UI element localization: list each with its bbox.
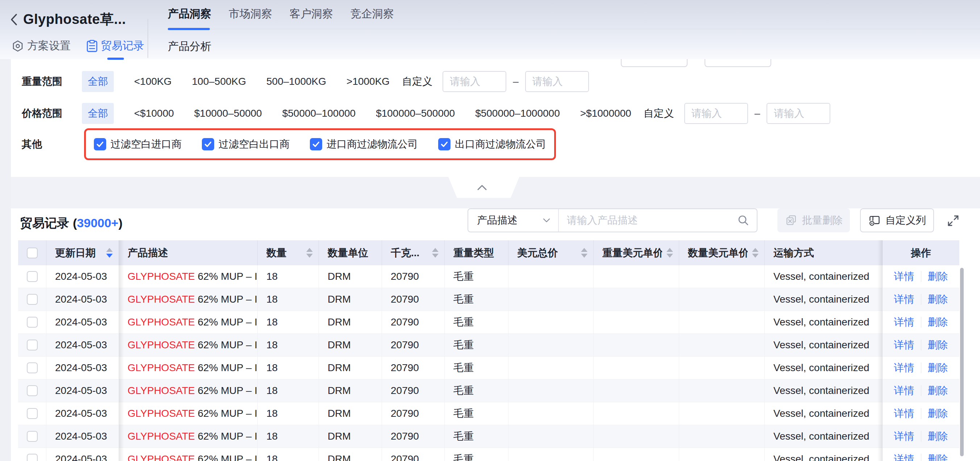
delete-link[interactable]: 删除 [928,270,948,283]
cell-actions[interactable]: 详情删除 [883,357,959,379]
cell-select[interactable] [18,311,46,334]
column-header-usd_unit_qty[interactable]: 数量美元单价 [679,240,765,265]
weight-max-input[interactable] [525,71,589,92]
delete-link[interactable]: 删除 [928,338,948,352]
chevron-up-icon[interactable] [477,185,487,190]
batch-delete-button[interactable]: 批量删除 [777,208,850,232]
sort-desc-icon[interactable] [432,254,439,258]
row-checkbox[interactable] [27,362,38,373]
detail-link[interactable]: 详情 [894,292,915,306]
delete-link[interactable]: 删除 [928,452,948,461]
sort-control[interactable] [577,248,587,258]
column-header-kg[interactable]: 千克... [382,240,445,265]
checkbox-checked-icon[interactable] [94,138,106,150]
cell-actions[interactable]: 详情删除 [883,334,959,356]
price-option-2[interactable]: $10000–50000 [194,108,262,119]
sort-control[interactable] [748,248,759,258]
cell-select[interactable] [18,425,46,448]
vertical-scrollbar[interactable] [960,268,964,456]
column-header-date[interactable]: 更新日期 [46,240,119,265]
column-header-usd_unit_weight[interactable]: 重量美元单价 [593,240,679,265]
sort-asc-icon[interactable] [306,248,313,252]
weight-option-1[interactable]: <100KG [134,76,172,87]
price-option-3[interactable]: $50000–100000 [282,108,356,119]
weight-option-0[interactable]: 全部 [82,71,114,92]
sort-asc-icon[interactable] [752,248,759,252]
cell-select[interactable] [18,402,46,425]
sort-asc-icon[interactable] [667,248,673,252]
sort-control[interactable] [102,248,113,258]
cell-select[interactable] [18,380,46,402]
delete-link[interactable]: 删除 [928,429,948,443]
sort-desc-icon[interactable] [581,254,587,258]
price-max-input[interactable] [767,103,830,124]
detail-link[interactable]: 详情 [894,315,915,329]
column-header-qty[interactable]: 数量 [258,240,319,265]
fullscreen-icon[interactable] [946,213,961,228]
custom-columns-button[interactable]: 自定义列 [860,208,934,232]
detail-link[interactable]: 详情 [894,384,915,397]
cell-actions[interactable]: 详情删除 [883,288,959,311]
cell-select[interactable] [18,265,46,288]
delete-link[interactable]: 删除 [928,407,948,420]
price-option-1[interactable]: <$10000 [134,108,174,119]
top-tab-0[interactable]: 产品洞察 [168,6,211,21]
row-checkbox[interactable] [27,317,38,327]
select-all-checkbox[interactable] [27,248,38,258]
detail-link[interactable]: 详情 [894,338,915,352]
sort-control[interactable] [428,248,439,258]
back-icon[interactable] [10,13,18,26]
price-option-4[interactable]: $100000–500000 [376,108,455,119]
row-checkbox[interactable] [27,271,38,282]
delete-link[interactable]: 删除 [928,315,948,329]
weight-option-3[interactable]: 500–1000KG [266,76,326,87]
row-checkbox[interactable] [27,294,38,305]
price-custom-label[interactable]: 自定义 [644,107,674,120]
sort-asc-icon[interactable] [106,248,113,252]
column-header-usd_total[interactable]: 美元总价 [509,240,593,265]
top-tab-2[interactable]: 客户洞察 [290,6,333,21]
top-tab-1[interactable]: 市场洞察 [229,6,272,21]
search-field-select[interactable]: 产品描述 [468,209,558,232]
cell-select[interactable] [18,288,46,311]
subnav-item-0[interactable]: 方案设置 [11,38,71,53]
cell-actions[interactable]: 详情删除 [883,265,959,288]
search-icon[interactable] [738,215,749,226]
cell-actions[interactable]: 详情删除 [883,380,959,402]
cell-select[interactable] [18,448,46,461]
weight-option-2[interactable]: 100–500KG [192,76,246,87]
checkbox-checked-icon[interactable] [310,138,322,150]
sort-asc-icon[interactable] [581,248,587,252]
delete-link[interactable]: 删除 [928,384,948,397]
detail-link[interactable]: 详情 [894,361,915,375]
cell-actions[interactable]: 详情删除 [883,311,959,334]
sort-asc-icon[interactable] [432,248,439,252]
delete-link[interactable]: 删除 [928,361,948,375]
detail-link[interactable]: 详情 [894,407,915,420]
row-checkbox[interactable] [27,431,38,442]
weight-custom-label[interactable]: 自定义 [402,75,433,88]
price-option-0[interactable]: 全部 [82,103,114,124]
cell-actions[interactable]: 详情删除 [883,425,959,448]
filter-checkbox-3[interactable]: 出口商过滤物流公司 [438,137,546,151]
filter-checkbox-1[interactable]: 过滤空白出口商 [202,137,290,151]
row-checkbox[interactable] [27,340,38,350]
cell-select[interactable] [18,334,46,356]
row-checkbox[interactable] [27,454,38,461]
cell-actions[interactable]: 详情删除 [883,448,959,461]
price-min-input[interactable] [684,103,748,124]
weight-min-input[interactable] [442,71,506,92]
tab-product-analysis[interactable]: 产品分析 [168,39,211,54]
row-checkbox[interactable] [27,408,38,419]
sort-desc-icon[interactable] [306,254,313,258]
sort-desc-icon[interactable] [106,254,113,258]
filter-checkbox-0[interactable]: 过滤空白进口商 [94,137,181,151]
cell-select[interactable] [18,357,46,379]
price-option-5[interactable]: $500000–1000000 [475,108,560,119]
price-option-6[interactable]: >$1000000 [580,108,632,119]
detail-link[interactable]: 详情 [894,429,915,443]
sort-desc-icon[interactable] [752,254,759,258]
detail-link[interactable]: 详情 [894,270,915,283]
checkbox-checked-icon[interactable] [438,138,450,150]
sort-control[interactable] [662,248,673,258]
